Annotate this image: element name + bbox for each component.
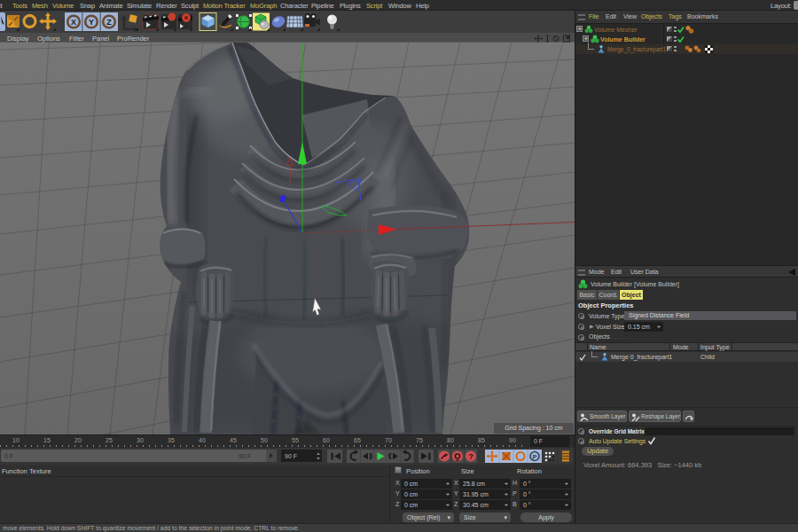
svg-text:90 F: 90 F (285, 453, 297, 459)
svg-text:Z: Z (106, 18, 112, 27)
svg-text:P: P (532, 453, 536, 461)
svg-text:X: X (71, 18, 76, 27)
svg-text:?: ? (468, 452, 473, 461)
svg-text:0 F: 0 F (4, 453, 13, 459)
svg-text:Y: Y (89, 18, 94, 27)
svg-text:90 F: 90 F (239, 453, 251, 459)
